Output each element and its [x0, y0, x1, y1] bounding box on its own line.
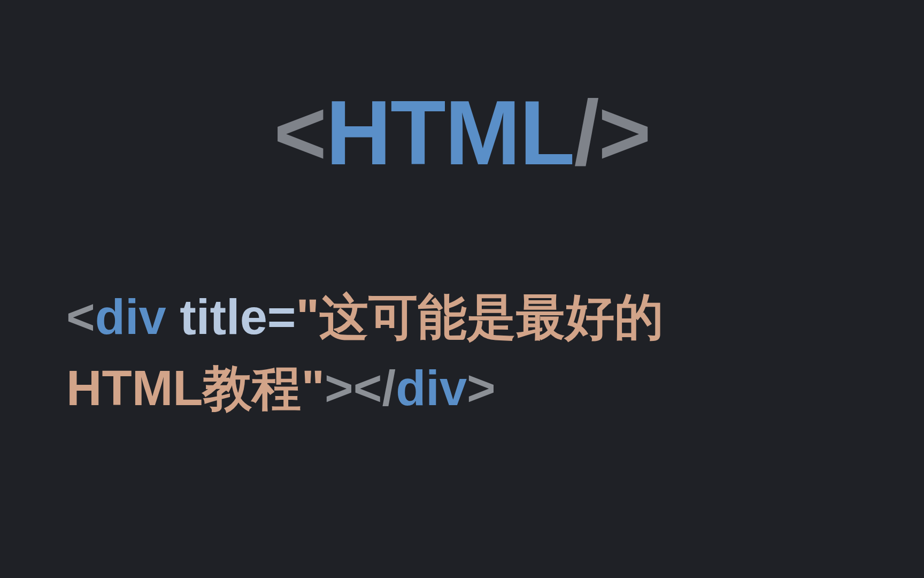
div-tag-close: div	[396, 361, 467, 415]
open-bracket: <	[274, 82, 326, 184]
title-attr: title=	[180, 290, 296, 344]
quote-open: "	[296, 290, 320, 344]
string-value-2: HTML教程	[66, 361, 301, 415]
code-snippet: <div title="这可能是最好的HTML教程"></div>	[66, 282, 858, 424]
div-tag-open: div	[95, 290, 166, 344]
angle-close-1: >	[325, 361, 353, 415]
slash-2: /	[382, 361, 396, 415]
angle-open-2: <	[353, 361, 382, 415]
string-value-1: 这可能是最好的	[319, 290, 664, 344]
slash-char: /	[574, 82, 598, 184]
quote-close: "	[301, 361, 325, 415]
html-logo-heading: <HTML/>	[274, 80, 650, 185]
angle-open-1: <	[66, 290, 95, 344]
space	[166, 290, 180, 344]
close-bracket: >	[598, 82, 650, 184]
html-tag-text: HTML	[326, 82, 574, 184]
angle-close-2: >	[467, 361, 496, 415]
